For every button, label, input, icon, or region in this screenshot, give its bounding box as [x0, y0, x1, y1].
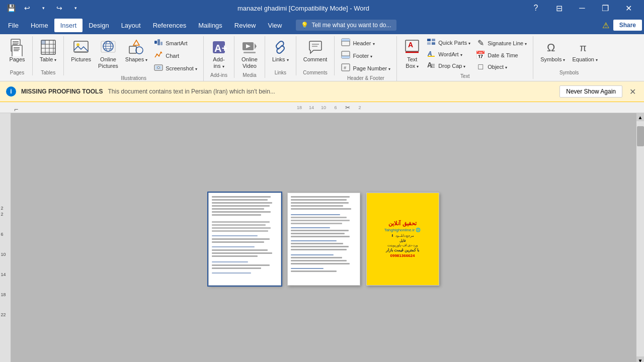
notification-message: This document contains text in Persian (…	[108, 88, 554, 95]
notification-close-button[interactable]: ✕	[627, 87, 638, 97]
qat-customize[interactable]: ▾	[68, 1, 83, 15]
menu-insert[interactable]: Insert	[54, 19, 83, 32]
online-video-button[interactable]: OnlineVideo	[238, 37, 261, 71]
date-time-icon: 📅	[475, 50, 486, 60]
screenshot-button[interactable]: Screenshot ▾	[151, 62, 199, 74]
svg-rect-59	[427, 42, 431, 45]
page-thumbnail-1[interactable]	[208, 193, 281, 286]
comment-label: Comment	[303, 56, 328, 63]
textbox-label: TextBox ▾	[406, 56, 419, 69]
scroll-up-button[interactable]: ▲	[636, 113, 645, 121]
addins-label: Add-ins ▾	[213, 56, 224, 69]
links-label: Links ▾	[272, 56, 289, 63]
svg-marker-40	[255, 43, 257, 49]
ribbon-group-header-footer: Header ▾ Footer ▾	[335, 36, 397, 81]
screenshot-label: Screenshot ▾	[166, 65, 197, 71]
chart-button[interactable]: Chart	[151, 50, 199, 62]
svg-text:#: #	[344, 65, 347, 70]
wordart-icon: A	[426, 50, 436, 59]
symbols-button[interactable]: Ω Symbols ▾	[537, 37, 568, 65]
svg-rect-28	[154, 41, 157, 44]
help-button[interactable]: ?	[524, 0, 547, 16]
symbols-icon: Ω	[545, 39, 561, 55]
ribbon-group-comments: Comment Comments	[296, 36, 335, 75]
textbox-icon: A	[404, 39, 420, 55]
table-label: Table ▾	[40, 56, 56, 63]
share-button[interactable]: Share	[613, 20, 642, 31]
save-button[interactable]: 💾	[4, 1, 18, 15]
ribbon-group-tables: Table ▾ Tables	[33, 36, 64, 75]
ribbon-group-links: Links ▾ Links	[265, 36, 296, 75]
menu-references[interactable]: References	[147, 19, 192, 32]
media-group-label: Media	[238, 72, 261, 78]
shapes-button[interactable]: Shapes ▾	[122, 37, 150, 65]
menu-home[interactable]: Home	[25, 19, 54, 32]
restore-button[interactable]: ❐	[594, 0, 617, 16]
menu-mailings[interactable]: Mailings	[192, 19, 228, 32]
page-number-button[interactable]: # Page Number ▾	[339, 62, 392, 74]
title-bar-left: 💾 ↩ ▾ ↪ ▾	[4, 1, 83, 15]
undo-dropdown[interactable]: ▾	[36, 1, 50, 15]
ruler-marks: 18 14 10 6 ✂ 2	[15, 104, 644, 111]
online-pictures-label: OnlinePictures	[98, 56, 118, 69]
menu-design[interactable]: Design	[83, 19, 115, 32]
window-controls: ? ⊟ ─ ❐ ✕	[524, 0, 640, 16]
ribbon-group-media: OnlineVideo Media	[234, 36, 265, 78]
addins-icon: A+	[211, 39, 227, 55]
shapes-label: Shapes ▾	[125, 56, 147, 63]
addins-button[interactable]: A+ Add-ins ▾	[208, 37, 230, 71]
close-button[interactable]: ✕	[617, 0, 640, 16]
ribbon-groups: Pages Pages	[0, 36, 644, 81]
ad-file: فایل	[399, 239, 406, 243]
svg-rect-57	[427, 39, 431, 41]
ribbon-display-button[interactable]: ⊟	[547, 0, 571, 16]
comment-button[interactable]: Comment	[300, 37, 331, 65]
menu-file[interactable]: File	[2, 19, 25, 32]
redo-button[interactable]: ↪	[52, 1, 66, 15]
date-time-button[interactable]: 📅 Date & Time	[473, 49, 529, 61]
equation-button[interactable]: π Equation ▾	[569, 37, 600, 65]
smartart-button[interactable]: SmartArt	[151, 37, 199, 49]
header-button[interactable]: Header ▾	[339, 37, 392, 49]
ruler-mark-6: 6	[330, 105, 342, 110]
links-button[interactable]: Links ▾	[269, 37, 292, 65]
ruler-mark-10: 10	[317, 105, 330, 110]
pages-button[interactable]: Pages	[6, 37, 28, 65]
pages-icon	[9, 39, 25, 55]
table-button[interactable]: Table ▾	[37, 37, 59, 65]
document-area: 2 2 6 10 14 18 22	[0, 113, 644, 362]
textbox-button[interactable]: A TextBox ▾	[401, 37, 423, 71]
drop-cap-button[interactable]: A Drop Cap ▾	[424, 60, 472, 71]
svg-point-26	[136, 47, 143, 54]
symbols-group-label: Symbols	[537, 70, 601, 75]
menu-layout[interactable]: Layout	[115, 19, 147, 32]
menu-review[interactable]: Review	[228, 19, 262, 32]
menu-bar: File Home Insert Design Layout Reference…	[0, 16, 644, 34]
ruler-tab-stop[interactable]: ⌐	[14, 105, 18, 113]
signature-line-button[interactable]: ✎ Signature Line ▾	[473, 37, 529, 49]
online-video-label: OnlineVideo	[242, 56, 258, 69]
menu-view[interactable]: View	[262, 19, 288, 32]
wordart-button[interactable]: A WordArt ▾	[424, 49, 472, 60]
svg-text:Ω: Ω	[547, 41, 555, 54]
svg-point-33	[160, 52, 162, 53]
footer-button[interactable]: Footer ▾	[339, 50, 392, 62]
page-3-ad: تحقیق آنلاین Tahghighonline.ir 🌐 ⬇مرجع د…	[367, 193, 439, 285]
page-thumbnail-2[interactable]	[287, 193, 360, 286]
scroll-down-button[interactable]: ▼	[636, 356, 645, 362]
svg-rect-47	[342, 39, 350, 41]
pictures-button[interactable]: Pictures	[68, 37, 94, 65]
never-show-again-button[interactable]: Never Show Again	[559, 85, 622, 98]
object-button[interactable]: □ Object ▾	[473, 61, 529, 72]
svg-rect-29	[157, 39, 160, 45]
undo-button[interactable]: ↩	[20, 1, 34, 15]
page-num-2b: 2	[1, 212, 6, 217]
online-pictures-button[interactable]: OnlinePictures	[95, 37, 121, 71]
quick-parts-button[interactable]: Quick Parts ▾	[424, 37, 472, 48]
screenshot-icon	[153, 63, 164, 73]
page-thumbnail-3[interactable]: تحقیق آنلاین Tahghighonline.ir 🌐 ⬇مرجع د…	[366, 193, 439, 286]
tell-me-box[interactable]: 💡 Tell me what you want to do...	[296, 20, 396, 31]
scroll-thumb[interactable]	[637, 126, 644, 146]
minimize-button[interactable]: ─	[571, 0, 594, 16]
quick-parts-label: Quick Parts ▾	[438, 40, 470, 46]
